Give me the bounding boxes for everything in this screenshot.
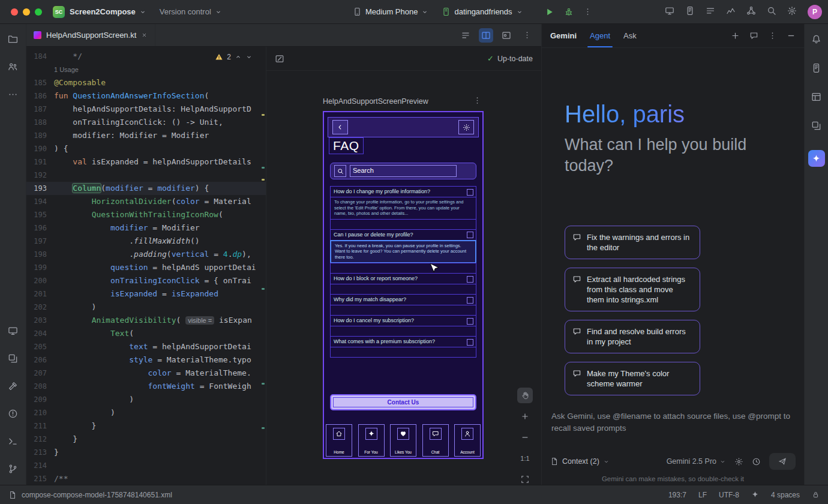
code-line[interactable]: 199 question = helpAndS upportDetai [26, 261, 266, 274]
profiler-button[interactable] [726, 6, 736, 17]
debug-button[interactable] [564, 7, 574, 17]
tab-agent[interactable]: Agent [590, 31, 610, 40]
code-line[interactable]: 203 AnimatedVisibility( visible = isExpa… [26, 314, 266, 327]
code-line[interactable]: 201 isExpanded = isExpanded [26, 287, 266, 301]
gemini-toolwindow-button[interactable] [808, 150, 825, 167]
chat-history-icon[interactable] [749, 31, 758, 40]
faq-answer-selected[interactable]: Yes. If you need a break, you can pause … [330, 240, 476, 264]
expand-icon[interactable] [467, 189, 473, 196]
code-line[interactable]: 204 Text( [26, 327, 266, 340]
code-line[interactable]: 198 .padding(vertical = 4.dp), [26, 248, 266, 261]
split-view-button[interactable] [479, 28, 493, 43]
close-tab-icon[interactable] [141, 32, 148, 38]
project-selector[interactable]: Screen2Compose [65, 7, 146, 16]
code-line[interactable]: 195 QuestionWithTrailingIconRow( [26, 208, 266, 221]
zoom-out-button[interactable] [517, 430, 533, 445]
more-tools-button[interactable] [5, 86, 21, 102]
code-line[interactable]: 213} [26, 446, 266, 459]
app-quality-insights-button[interactable] [809, 118, 824, 133]
app-inspection-button[interactable] [746, 6, 756, 17]
nav-item-account[interactable]: Account [454, 424, 481, 457]
code-line[interactable]: 193 Column(modifier = modifier) { [26, 182, 266, 195]
faq-question[interactable]: How do I block or report someone? [330, 273, 476, 284]
version-control-button[interactable] [5, 461, 21, 476]
preview-mode-icon[interactable] [275, 54, 284, 64]
new-chat-icon[interactable] [731, 31, 740, 40]
minimize-window-button[interactable] [23, 8, 30, 16]
code-line[interactable]: 206 style = MaterialTheme.typo [26, 353, 266, 367]
project-button[interactable] [5, 31, 21, 47]
zoom-in-button[interactable] [517, 409, 533, 424]
lock-icon[interactable] [812, 491, 820, 499]
usage-hint-row[interactable]: 1 Usage [26, 63, 266, 76]
code-line[interactable]: 205 text = helpAndSupportDetai [26, 340, 266, 353]
expand-icon[interactable] [467, 339, 473, 346]
code-line[interactable]: 207 color = MaterialTheme. [26, 367, 266, 380]
editor-scrollbar[interactable] [261, 47, 266, 485]
contact-us-button[interactable]: Contact Us [330, 394, 476, 410]
expand-icon[interactable] [467, 276, 473, 283]
code-line[interactable]: 190) { [26, 142, 266, 155]
caret-position[interactable]: 193:7 [668, 491, 686, 499]
settings-button[interactable] [787, 6, 797, 17]
previous-problem-icon[interactable] [235, 53, 242, 61]
code-line[interactable]: 196 modifier = Modifier [26, 221, 266, 235]
code-view-button[interactable] [458, 28, 473, 43]
code-line[interactable]: 208 fontWeight = FontWeigh [26, 380, 266, 393]
nav-item-for-you[interactable]: For You [358, 424, 385, 457]
problems-button[interactable] [5, 406, 21, 421]
zoom-window-button[interactable] [35, 8, 42, 16]
code-line[interactable]: 191 val isExpanded = helpAndSupportDetai… [26, 155, 266, 169]
phone-preview[interactable]: FAQ Search How do I change my profile in… [323, 111, 484, 459]
code-editor[interactable]: 184 */1 Usage185@Composable186fun Questi… [26, 47, 266, 485]
code-line[interactable]: 214 [26, 459, 266, 472]
code-line[interactable]: 202 ) [26, 301, 266, 314]
code-line[interactable]: 194 HorizontalDivider(color = Material [26, 195, 266, 208]
faq-question[interactable]: How do I cancel my subscription? [330, 315, 476, 326]
preview-app-bar[interactable] [328, 117, 479, 137]
version-control-menu[interactable]: Version control [160, 7, 222, 16]
hide-panel-icon[interactable] [787, 31, 796, 40]
commit-button[interactable] [5, 59, 21, 74]
preview-options-icon[interactable] [473, 96, 482, 105]
expand-icon[interactable] [467, 232, 473, 238]
run-configuration-selector[interactable]: datingandfriends [442, 7, 523, 16]
code-line[interactable]: 197 .fillMaxWidth() [26, 235, 266, 248]
code-line[interactable]: 210 ) [26, 406, 266, 419]
editor-options-icon[interactable] [520, 28, 534, 43]
suggestion-card-3[interactable]: Find and resolve build errors in my proj… [565, 320, 700, 353]
suggestion-card-2[interactable]: Extract all hardcoded strings from this … [565, 268, 700, 311]
expand-icon[interactable] [467, 297, 473, 304]
settings-button[interactable] [458, 120, 474, 134]
close-window-button[interactable] [11, 8, 18, 16]
gemini-settings-icon[interactable] [734, 457, 743, 466]
prompt-input[interactable]: Ask Gemini, use @filename to attach sour… [551, 410, 794, 434]
faq-heading[interactable]: FAQ [329, 137, 364, 154]
code-line[interactable]: 188 onTrailingIconClick: () -> Unit, [26, 116, 266, 129]
tab-ask[interactable]: Ask [623, 31, 637, 40]
faq-question[interactable]: What comes with a premium subscription? [330, 336, 476, 347]
device-manager-button[interactable] [809, 60, 824, 76]
line-separator[interactable]: LF [698, 491, 707, 499]
status-file-path[interactable]: compose-compose-model-1758748140651.xml [22, 491, 172, 499]
design-view-button[interactable] [499, 28, 514, 43]
nav-item-likes-you[interactable]: Likes You [390, 424, 416, 457]
file-encoding[interactable]: UTF-8 [719, 491, 739, 499]
back-button[interactable] [332, 120, 348, 134]
search-everywhere-button[interactable] [767, 6, 776, 17]
code-line[interactable]: 185@Composable [26, 76, 266, 89]
context-selector[interactable]: Context (2) [550, 457, 610, 466]
avatar[interactable]: P [808, 5, 822, 19]
faq-answer[interactable]: To change your profile information, go t… [330, 197, 476, 220]
faq-question[interactable]: Why did my match disappear? [330, 294, 476, 305]
logcat-button[interactable] [685, 6, 695, 17]
search-field[interactable]: Search [330, 163, 476, 179]
notifications-button[interactable] [809, 31, 824, 47]
build-button[interactable] [5, 378, 21, 394]
faq-question[interactable]: Can I pause or delete my profile? [330, 229, 476, 241]
running-devices-button[interactable] [5, 323, 21, 338]
pan-tool-button[interactable] [517, 388, 533, 403]
send-button[interactable] [769, 453, 796, 470]
code-line[interactable]: 211 } [26, 419, 266, 433]
code-line[interactable]: 192 [26, 169, 266, 182]
